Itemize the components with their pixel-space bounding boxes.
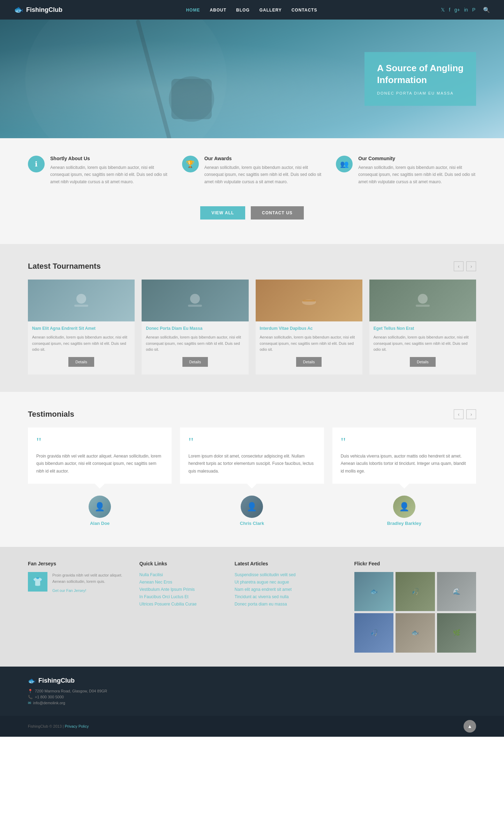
- flickr-thumb-4[interactable]: 🎣: [354, 613, 394, 653]
- footer-brand: 🐟 FishingClub: [28, 677, 107, 685]
- features-grid: ℹ Shortly About Us Aenean sollicitudin, …: [28, 156, 476, 185]
- facebook-icon[interactable]: f: [449, 7, 450, 13]
- testimonial-card-2: " Lorem ipsum dolor sit amet, consectetu…: [180, 428, 324, 484]
- prev-testimonial-button[interactable]: ‹: [454, 409, 464, 419]
- tournaments-header: Latest Tournaments ‹ ›: [28, 261, 476, 271]
- info-icon: ℹ: [28, 156, 45, 172]
- trophy-icon: 🏆: [182, 156, 199, 172]
- quick-links-list: Nulla Facilisi Aenean Nec Eros Vestibulu…: [140, 572, 221, 607]
- next-testimonial-button[interactable]: ›: [466, 409, 476, 419]
- community-icon: 👥: [336, 156, 353, 172]
- prev-tournament-button[interactable]: ‹: [454, 261, 464, 271]
- testimonial-author-3: 👤 Bradley Barkley: [332, 489, 476, 526]
- fan-jersey-text: Proin gravida nibh vel velit auctor aliq…: [52, 572, 126, 585]
- tournament-image-4: [369, 280, 476, 321]
- tournaments-title: Latest Tournaments: [28, 262, 101, 271]
- article-links-list: Suspendisse sollicitudin velit sed Ut ph…: [235, 572, 340, 607]
- flickr-grid: 🐟 🎣 🌊 🎣 🐟 🌿: [354, 572, 476, 653]
- testimonial-item-2: " Lorem ipsum dolor sit amet, consectetu…: [180, 428, 324, 526]
- flickr-thumb-2[interactable]: 🎣: [396, 572, 435, 611]
- quote-icon-3: ": [341, 436, 468, 448]
- fan-jerseys-title: Fan Jerseys: [28, 561, 126, 566]
- tournament-link-3[interactable]: Interdum Vitae Dapibus Ac: [260, 326, 358, 332]
- nav-blog[interactable]: BLOG: [236, 8, 250, 13]
- quick-link-1[interactable]: Nulla Facilisi: [140, 572, 163, 577]
- flickr-thumb-6[interactable]: 🌿: [437, 613, 476, 653]
- footer-main: 🐟 FishingClub 📍 7200 Marmora Road, Glasg…: [0, 667, 504, 716]
- privacy-policy-link[interactable]: Privacy Policy: [65, 724, 89, 728]
- tournament-link-4[interactable]: Eget Tellus Non Erat: [374, 326, 472, 332]
- testimonial-card-1: " Proin gravida nibh vel velit auctor al…: [28, 428, 172, 484]
- author-name-1: Alan Doe: [28, 521, 172, 526]
- quick-link-5[interactable]: Ultrices Posuere Cubilia Curae: [140, 602, 197, 607]
- tournament-card-2: Donec Porta Diam Eu Massa Aenean sollici…: [142, 280, 248, 374]
- testimonial-card-3: " Duis vehicula viverra ipsum, auctor ma…: [332, 428, 476, 484]
- nav-home[interactable]: HOME: [186, 8, 200, 13]
- article-link-5[interactable]: Donec porta diam eu massa: [235, 602, 287, 607]
- footer-brand-section: 🐟 FishingClub 📍 7200 Marmora Road, Glasg…: [28, 677, 107, 705]
- navbar-brand: 🐟 FishingClub: [14, 5, 62, 14]
- quick-links-title: Quick Links: [140, 561, 221, 566]
- article-link-3[interactable]: Nam elit agna endrerit sit amet: [235, 587, 292, 592]
- nav-about[interactable]: ABOUT: [210, 8, 226, 13]
- tournament-details-button-4[interactable]: Details: [410, 357, 436, 367]
- testimonial-text-1: Proin gravida nibh vel velit auctor aliq…: [36, 453, 163, 475]
- google-plus-icon[interactable]: g+: [454, 7, 460, 13]
- next-tournament-button[interactable]: ›: [466, 261, 476, 271]
- tournament-image-1: [28, 280, 135, 321]
- features-buttons: View All Contact Us: [28, 199, 476, 233]
- twitter-icon[interactable]: 𝕏: [441, 7, 445, 13]
- svg-rect-11: [416, 305, 430, 307]
- flickr-thumb-1[interactable]: 🐟: [354, 572, 394, 611]
- svg-rect-3: [171, 79, 212, 119]
- article-link-4[interactable]: Tincidunt ac viverra sed nulla: [235, 594, 289, 599]
- quick-link-4[interactable]: In Faucibus Orci Luctus Et: [140, 594, 189, 599]
- tournament-thumb-2: [185, 290, 205, 311]
- fan-jersey-row: 👕 Proin gravida nibh vel velit auctor al…: [28, 572, 126, 593]
- article-link-1[interactable]: Suspendisse sollicitudin velit sed: [235, 572, 296, 577]
- pinterest-icon[interactable]: P: [472, 7, 475, 13]
- testimonial-text-2: Lorem ipsum dolor sit amet, consectetur …: [188, 453, 315, 475]
- quick-link-2[interactable]: Aenean Nec Eros: [140, 580, 172, 585]
- footer-brand-name: FishingClub: [38, 677, 75, 684]
- tournament-details-button-1[interactable]: Details: [68, 357, 94, 367]
- tournament-details-button-2[interactable]: Details: [182, 357, 208, 367]
- tournament-link-1[interactable]: Nam Elit Agna Endrerit Sit Amet: [32, 326, 130, 332]
- contact-us-button[interactable]: Contact Us: [251, 206, 304, 220]
- testimonials-title: Testimonials: [28, 410, 74, 419]
- footer-quick-links: Quick Links Nulla Facilisi Aenean Nec Er…: [140, 561, 221, 653]
- fan-jersey-content: Proin gravida nibh vel velit auctor aliq…: [52, 572, 126, 593]
- svg-point-4: [76, 294, 86, 304]
- footer-top: Fan Jerseys 👕 Proin gravida nibh vel vel…: [0, 547, 504, 667]
- hero-title: A Source of Angling Information: [377, 62, 464, 86]
- footer-fan-jerseys: Fan Jerseys 👕 Proin gravida nibh vel vel…: [28, 561, 126, 653]
- tournament-thumb-3: [299, 290, 319, 311]
- tournament-link-2[interactable]: Donec Porta Diam Eu Massa: [146, 326, 244, 332]
- testimonial-author-2: 👤 Chris Clark: [180, 489, 324, 526]
- tournament-thumb-4: [412, 290, 433, 311]
- tournaments-section: Latest Tournaments ‹ › Nam Elit Agna End…: [0, 244, 504, 392]
- tournament-thumb-1: [71, 290, 92, 311]
- scroll-to-top-button[interactable]: ▲: [464, 720, 476, 733]
- flickr-thumb-3[interactable]: 🌊: [437, 572, 476, 611]
- nav-contacts[interactable]: CONTACTS: [292, 8, 317, 13]
- tournament-details-button-3[interactable]: Details: [296, 357, 322, 367]
- linkedin-icon[interactable]: in: [464, 7, 468, 13]
- flickr-thumb-5[interactable]: 🐟: [396, 613, 435, 653]
- jersey-image: 👕: [28, 572, 47, 592]
- search-icon[interactable]: 🔍: [483, 7, 490, 13]
- fan-jersey-link[interactable]: Get our Fan Jersey!: [52, 588, 86, 593]
- svg-point-10: [418, 294, 428, 304]
- footer-info: 📍 7200 Marmora Road, Glasgow, D04 89GR 📞…: [28, 689, 107, 705]
- nav-gallery[interactable]: GALLERY: [259, 8, 282, 13]
- tournament-text-4: Aenean sollicitudin, lorem quis bibendum…: [374, 334, 472, 353]
- author-name-2: Chris Clark: [180, 521, 324, 526]
- feature-about-content: Shortly About Us Aenean sollicitudin, lo…: [50, 156, 168, 185]
- tournaments-nav: ‹ ›: [454, 261, 476, 271]
- author-avatar-3: 👤: [393, 496, 415, 518]
- article-link-2[interactable]: Ut pharetra augue nec augue: [235, 580, 289, 585]
- fish-icon: 🐟: [14, 5, 23, 14]
- testimonials-header: Testimonials ‹ ›: [28, 409, 476, 419]
- view-all-button[interactable]: View All: [200, 206, 245, 220]
- quick-link-3[interactable]: Vestibulum Ante Ipsum Primis: [140, 587, 195, 592]
